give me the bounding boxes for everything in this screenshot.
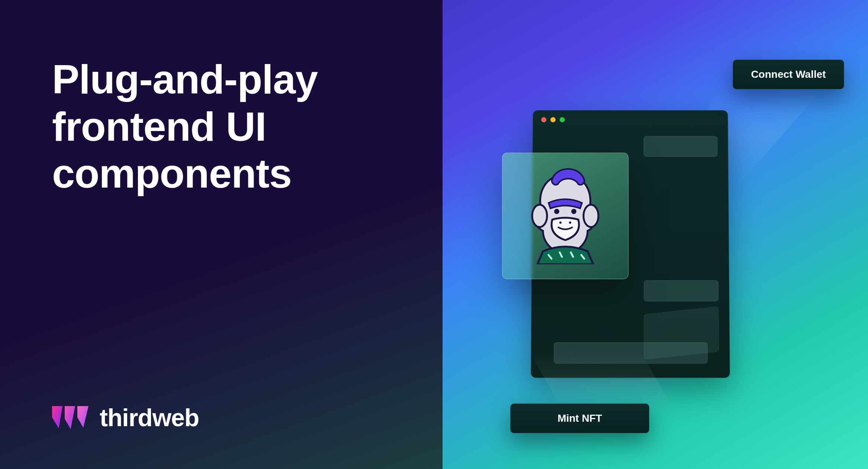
svg-point-1 (584, 205, 598, 227)
traffic-light-minimize-icon (550, 117, 556, 122)
connect-wallet-button[interactable]: Connect Wallet (733, 60, 844, 89)
window-title-bar (533, 111, 727, 129)
ape-nft-icon (523, 168, 608, 264)
svg-point-4 (559, 221, 562, 224)
thirdweb-logo-icon (52, 406, 89, 429)
right-panel: Connect Wallet Mint NFT (443, 0, 868, 469)
brand-logo: thirdweb (52, 403, 398, 432)
illustration-scene: Connect Wallet Mint NFT (443, 0, 868, 469)
button-label: Connect Wallet (751, 68, 826, 80)
traffic-light-close-icon (541, 117, 546, 122)
svg-point-2 (554, 209, 559, 214)
mint-nft-button[interactable]: Mint NFT (510, 403, 649, 433)
brand-name: thirdweb (100, 403, 199, 432)
placeholder-block (644, 136, 718, 157)
headline: Plug-and-play frontend UI components (52, 56, 398, 197)
svg-point-3 (571, 209, 576, 214)
placeholder-block (644, 280, 718, 301)
svg-point-5 (569, 221, 571, 224)
svg-point-0 (532, 205, 547, 227)
left-panel: Plug-and-play frontend UI components (0, 0, 443, 469)
nft-card (502, 153, 629, 279)
traffic-light-zoom-icon (560, 117, 565, 122)
button-label: Mint NFT (557, 412, 602, 424)
